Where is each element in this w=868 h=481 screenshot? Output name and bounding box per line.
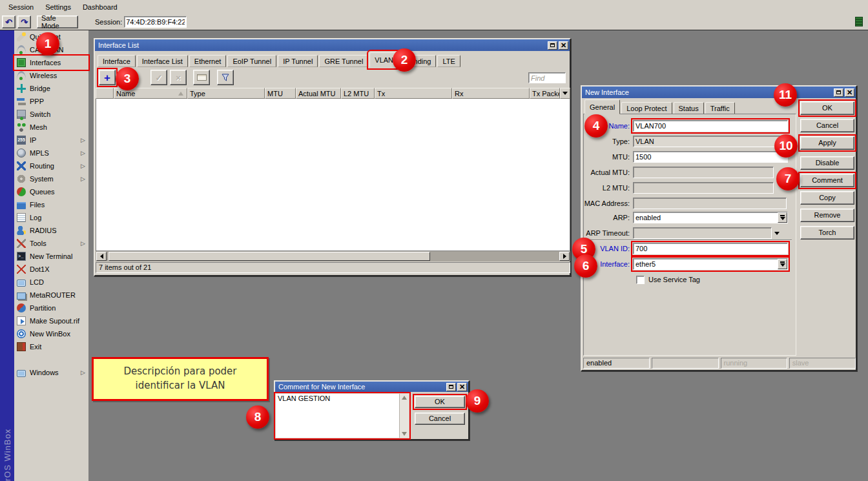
find-input[interactable]	[528, 72, 566, 83]
l2-mtu-input[interactable]	[633, 182, 774, 194]
interface-input[interactable]	[634, 259, 778, 269]
disable-button[interactable]: Disable	[800, 156, 854, 170]
interface-combobox[interactable]	[633, 258, 788, 270]
maximize-button[interactable]	[548, 41, 557, 50]
safe-mode-button[interactable]: Safe Mode	[37, 15, 78, 28]
cancel-button[interactable]: Cancel	[800, 119, 854, 132]
column-options-button[interactable]	[560, 88, 570, 99]
tab-interface-list[interactable]: Interface List	[137, 55, 188, 67]
vlan-id-input[interactable]	[633, 243, 788, 254]
tab-lte[interactable]: LTE	[437, 55, 460, 67]
column-header-l2-mtu[interactable]: L2 MTU	[341, 88, 375, 99]
apply-button[interactable]: Apply	[800, 136, 854, 150]
undo-button[interactable]: ↶	[2, 15, 16, 28]
sidebar-item-system[interactable]: System▷	[15, 172, 88, 185]
arp-input[interactable]	[634, 212, 778, 223]
sidebar-item-bridge[interactable]: Bridge	[15, 82, 88, 95]
arp-timeout-dropdown-icon[interactable]	[774, 232, 780, 235]
use-service-tag-checkbox[interactable]	[636, 276, 645, 284]
sidebar-item-metarouter[interactable]: MetaROUTER	[15, 289, 88, 302]
sidebar-item-routing[interactable]: Routing▷	[15, 159, 88, 172]
sidebar-item-log[interactable]: Log	[15, 211, 88, 224]
maximize-button[interactable]	[446, 383, 456, 391]
arp-timeout-input[interactable]	[633, 227, 772, 239]
horizontal-scrollbar[interactable]	[96, 251, 570, 261]
scroll-up-icon[interactable]	[402, 396, 407, 400]
tab-eoip-tunnel[interactable]: EoIP Tunnel	[227, 55, 276, 67]
tab-status[interactable]: Status	[674, 102, 704, 114]
comment-tool-button[interactable]	[193, 70, 210, 85]
column-header-type[interactable]: Type	[187, 88, 265, 99]
actual-mtu-input[interactable]	[633, 167, 774, 178]
comment-text[interactable]: VLAN GESTION	[276, 394, 399, 438]
column-header-rx[interactable]: Rx	[452, 88, 530, 99]
column-header-select[interactable]	[96, 88, 114, 99]
sidebar-item-ppp[interactable]: PPP	[15, 95, 88, 108]
tab-gre-tunnel[interactable]: GRE Tunnel	[319, 55, 368, 67]
sidebar-item-exit[interactable]: Exit	[15, 340, 88, 353]
sidebar-item-wireless[interactable]: Wireless	[15, 69, 88, 82]
close-button[interactable]: ✕	[559, 41, 568, 50]
tab-ip-tunnel[interactable]: IP Tunnel	[278, 55, 318, 67]
tab-loop-protect[interactable]: Loop Protect	[621, 102, 672, 114]
sidebar-item-new-winbox[interactable]: New WinBox	[15, 327, 88, 340]
interface-dropdown-button[interactable]	[778, 259, 787, 269]
mac-address-input[interactable]	[633, 198, 787, 209]
redo-button[interactable]: ↷	[17, 15, 31, 28]
sidebar-item-mesh[interactable]: Mesh	[15, 121, 88, 134]
filter-button[interactable]	[217, 70, 234, 85]
arp-dropdown-button[interactable]	[778, 212, 787, 223]
menu-dashboard[interactable]: Dashboard	[77, 1, 123, 13]
tab-ethernet[interactable]: Ethernet	[189, 55, 227, 67]
session-input[interactable]	[124, 16, 187, 28]
scrollbar-thumb[interactable]	[108, 252, 430, 261]
sidebar-item-partition[interactable]: Partition	[15, 302, 88, 314]
sidebar-item-dot1x[interactable]: Dot1X	[15, 263, 88, 276]
new-interface-titlebar[interactable]: New Interface ✕	[582, 87, 856, 98]
column-header-actual-mtu[interactable]: Actual MTU	[296, 88, 341, 99]
copy-button[interactable]: Copy	[800, 191, 854, 205]
disable-button[interactable]: ×	[170, 70, 187, 85]
sidebar-item-mpls[interactable]: MPLS▷	[15, 147, 88, 159]
sidebar-item-queues[interactable]: Queues	[15, 185, 88, 198]
sidebar-item-ip[interactable]: IP▷	[15, 134, 88, 147]
comment-dialog-titlebar[interactable]: Comment for New Interface ✕	[275, 382, 468, 392]
scroll-down-icon[interactable]	[402, 432, 407, 436]
tab-interface[interactable]: Interface	[98, 55, 136, 67]
close-button[interactable]: ✕	[845, 88, 854, 97]
close-button[interactable]: ✕	[457, 383, 467, 391]
torch-button[interactable]: Torch	[800, 226, 854, 240]
vertical-scrollbar[interactable]	[399, 394, 409, 438]
sidebar-item-files[interactable]: Files	[15, 198, 88, 211]
sidebar-item-tools[interactable]: Tools▷	[15, 237, 88, 250]
maximize-button[interactable]	[834, 88, 843, 97]
name-input[interactable]	[633, 120, 788, 132]
scroll-right-button[interactable]	[559, 252, 570, 261]
add-button[interactable]: +	[99, 70, 116, 85]
column-header-mtu[interactable]: MTU	[265, 88, 296, 99]
comment-ok-button[interactable]: OK	[415, 396, 465, 408]
mtu-input[interactable]	[633, 151, 788, 163]
interface-list-titlebar[interactable]: Interface List ✕	[95, 39, 570, 51]
comment-textarea[interactable]: VLAN GESTION	[276, 394, 409, 438]
column-header-tx-packe[interactable]: Tx Packe	[530, 88, 560, 99]
sidebar-item-new-terminal[interactable]: New Terminal	[15, 250, 88, 263]
tab-general[interactable]: General	[584, 99, 620, 114]
tab-traffic[interactable]: Traffic	[705, 102, 735, 114]
ok-button[interactable]: OK	[800, 101, 854, 115]
sidebar-item-lcd[interactable]: LCD	[15, 276, 88, 289]
sidebar-item-make-supout-rif[interactable]: Make Supout.rif	[15, 314, 88, 327]
type-input[interactable]	[633, 136, 787, 147]
comment-button[interactable]: Comment	[800, 174, 854, 187]
sidebar-item-radius[interactable]: RADIUS	[15, 224, 88, 237]
menu-session[interactable]: Session	[3, 1, 39, 13]
scroll-left-button[interactable]	[96, 252, 107, 261]
enable-button[interactable]: ✓	[150, 70, 167, 85]
sidebar-item-switch[interactable]: Switch	[15, 108, 88, 121]
sidebar-item-interfaces[interactable]: Interfaces	[15, 56, 88, 69]
remove-button[interactable]: Remove	[800, 209, 854, 222]
comment-cancel-button[interactable]: Cancel	[415, 413, 465, 425]
column-header-tx[interactable]: Tx	[375, 88, 452, 99]
menu-settings[interactable]: Settings	[39, 1, 77, 13]
arp-combobox[interactable]	[633, 212, 788, 223]
